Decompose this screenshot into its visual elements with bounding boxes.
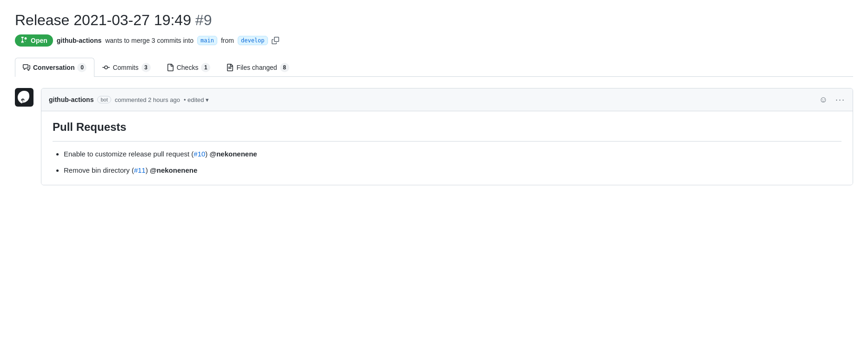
tab-files-changed-count: 8 xyxy=(280,63,289,72)
copy-branch-icon[interactable] xyxy=(272,37,279,44)
emoji-button[interactable]: ☺ xyxy=(817,93,830,106)
tab-commits[interactable]: Commits 3 xyxy=(94,58,158,77)
tab-commits-count: 3 xyxy=(141,63,151,72)
bot-badge: bot xyxy=(97,96,111,103)
tabs-bar: Conversation 0 Commits 3 Checks 1 Files … xyxy=(15,58,853,77)
actor-name: github-actions xyxy=(57,37,101,44)
merge-icon xyxy=(20,37,28,44)
mention-0: @nekonenene xyxy=(210,150,257,158)
edited-dropdown[interactable]: • edited ▾ xyxy=(184,96,209,103)
status-label: Open xyxy=(31,37,47,44)
pr-list: Enable to customize release pull request… xyxy=(53,149,841,176)
list-item-text-1: Remove bin directory ( xyxy=(64,166,134,174)
comment-divider xyxy=(53,141,841,142)
tab-checks-count: 1 xyxy=(201,63,210,72)
comment-area: github-actions bot commented 2 hours ago… xyxy=(15,88,853,185)
comment-header-left: github-actions bot commented 2 hours ago… xyxy=(49,96,209,103)
list-item-text-0: Enable to customize release pull request… xyxy=(64,150,194,158)
comment-box: github-actions bot commented 2 hours ago… xyxy=(41,88,853,185)
comment-meta: commented 2 hours ago xyxy=(115,96,180,103)
pr-link-11[interactable]: #11 xyxy=(134,166,146,174)
target-branch[interactable]: main xyxy=(197,36,217,45)
files-changed-icon xyxy=(226,64,234,71)
mention-1: @nekonenene xyxy=(150,166,197,174)
source-branch[interactable]: develop xyxy=(238,36,268,45)
comment-header: github-actions bot commented 2 hours ago… xyxy=(41,88,853,111)
tab-files-changed-label: Files changed xyxy=(236,64,277,71)
comment-header-right: ☺ ··· xyxy=(817,93,845,106)
pr-link-10[interactable]: #10 xyxy=(194,150,205,158)
list-item: Enable to customize release pull request… xyxy=(64,149,841,160)
tab-conversation-label: Conversation xyxy=(33,64,74,71)
commits-icon xyxy=(102,64,110,71)
checks-icon xyxy=(167,64,174,71)
tab-files-changed[interactable]: Files changed 8 xyxy=(218,58,297,77)
status-badge: Open xyxy=(15,34,53,47)
tab-checks-label: Checks xyxy=(177,64,199,71)
comment-author[interactable]: github-actions xyxy=(49,96,93,103)
comment-body: Pull Requests Enable to customize releas… xyxy=(41,111,853,185)
pr-title: Release 2021-03-27 19:49 #9 xyxy=(15,11,853,29)
comment-body-title: Pull Requests xyxy=(53,121,841,134)
list-item: Remove bin directory (#11) @nekonenene xyxy=(64,165,841,176)
conversation-icon xyxy=(23,64,30,71)
more-options-button[interactable]: ··· xyxy=(835,95,845,105)
from-text: from xyxy=(221,37,234,44)
tab-conversation-count: 0 xyxy=(77,63,87,72)
pr-subtitle: Open github-actions wants to merge 3 com… xyxy=(15,34,853,47)
tab-conversation[interactable]: Conversation 0 xyxy=(15,58,94,77)
pr-title-text: Release 2021-03-27 19:49 xyxy=(15,12,191,28)
tab-commits-label: Commits xyxy=(113,64,138,71)
avatar xyxy=(15,88,33,107)
tab-checks[interactable]: Checks 1 xyxy=(159,58,219,77)
action-text: wants to merge 3 commits into xyxy=(105,37,194,44)
pr-number: #9 xyxy=(195,12,212,28)
